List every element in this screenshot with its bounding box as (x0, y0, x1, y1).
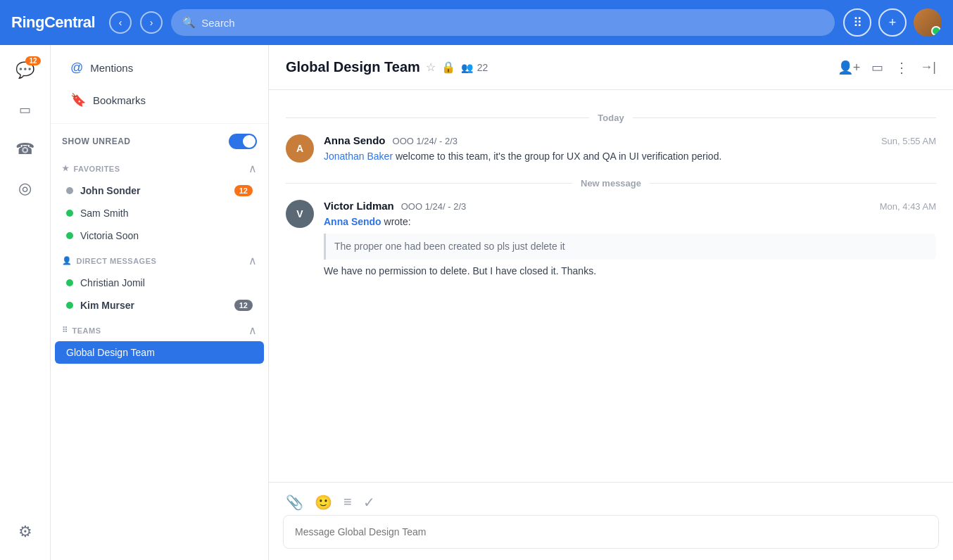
contact-christian-jomil[interactable]: Christian Jomil (55, 272, 264, 294)
bookmarks-item[interactable]: 🔖 Bookmarks (62, 85, 257, 115)
message-content: Victor Lidman OOO 1/24/ - 2/3 Mon, 4:43 … (324, 200, 936, 279)
sidebar-item-phone[interactable]: ☎ (7, 132, 44, 166)
lock-icon[interactable]: 🔒 (441, 61, 455, 74)
user-avatar[interactable] (914, 8, 942, 37)
message-row: A Anna Sendo OOO 1/24/ - 2/3 Sun, 5:55 A… (286, 134, 936, 164)
teams-label: ⠿ TEAMS (62, 326, 101, 335)
apps-button[interactable]: ⠿ (843, 8, 871, 37)
header-right: ⠿ + (843, 8, 942, 37)
mention: Jonathan Baker (324, 151, 393, 162)
avatar-victor: V (286, 200, 314, 228)
show-unread-label: SHOW UNREAD (62, 136, 131, 146)
search-icon: 🔍 (182, 16, 196, 29)
left-panel: @ Mentions 🔖 Bookmarks SHOW UNREAD ★ FAV… (51, 45, 269, 560)
sidebar-item-apps[interactable]: ◎ (7, 172, 44, 205)
avatar-anna: A (286, 134, 314, 163)
contact-name: Victoria Soon (80, 230, 253, 241)
teams-collapse-icon[interactable]: ∧ (248, 324, 257, 337)
message-status: OOO 1/24/ - 2/3 (393, 136, 458, 146)
input-toolbar: 📎 🙂 ≡ ✓ (283, 490, 939, 515)
message-content: Anna Sendo OOO 1/24/ - 2/3 Sun, 5:55 AM … (324, 134, 936, 164)
search-bar[interactable]: 🔍 Search (171, 9, 835, 36)
left-panel-top: @ Mentions 🔖 Bookmarks (51, 45, 268, 124)
messages-list: Today A Anna Sendo OOO 1/24/ - 2/3 Sun, … (269, 90, 953, 482)
date-divider-today: Today (286, 113, 936, 123)
favorites-collapse-icon[interactable]: ∧ (248, 162, 257, 175)
add-member-icon[interactable]: 👤+ (838, 60, 861, 75)
star-icon[interactable]: ☆ (426, 61, 436, 74)
forward-button[interactable]: › (140, 11, 163, 34)
contact-john-sonder[interactable]: John Sonder 12 (55, 179, 264, 202)
message-row: V Victor Lidman OOO 1/24/ - 2/3 Mon, 4:4… (286, 200, 936, 279)
plus-icon: + (889, 15, 897, 30)
status-dot-green (66, 210, 73, 217)
team-global-design[interactable]: Global Design Team (55, 341, 264, 364)
app-title: RingCentral (11, 13, 95, 32)
contact-name: Sam Smith (80, 208, 253, 219)
chat-title: Global Design Team (286, 59, 420, 75)
star-icon: ★ (62, 164, 70, 173)
contact-victoria-soon[interactable]: Victoria Soon (55, 224, 264, 247)
apps-icon: ◎ (18, 179, 32, 198)
apps-grid-icon: ⠿ (853, 15, 862, 30)
settings-icon: ⚙ (18, 523, 32, 541)
back-button[interactable]: ‹ (109, 11, 132, 34)
message-time: Sun, 5:55 AM (881, 136, 936, 146)
format-icon[interactable]: ≡ (343, 494, 352, 511)
message-text: Jonathan Baker welcome to this team, it'… (324, 149, 936, 164)
add-button[interactable]: + (878, 8, 907, 37)
contact-kim-murser[interactable]: Kim Murser 12 (55, 294, 264, 317)
quoted-message: The proper one had been created so pls j… (324, 234, 936, 260)
dm-section-header: 👤 DIRECT MESSAGES ∧ (51, 247, 268, 272)
search-placeholder: Search (201, 17, 235, 29)
video-icon: ▭ (19, 102, 31, 117)
mentions-label: Mentions (90, 62, 133, 74)
contact-badge: 12 (234, 185, 253, 196)
chat-header: Global Design Team ☆ 🔒 👥 22 👤+ ▭ ⋮ →| (269, 45, 953, 90)
dm-collapse-icon[interactable]: ∧ (248, 254, 257, 267)
date-divider-new-message: New message (286, 178, 936, 189)
show-unread-toggle[interactable] (229, 134, 257, 149)
sidebar-item-video[interactable]: ▭ (7, 93, 44, 127)
app-header: RingCentral ‹ › 🔍 Search ⠿ + (0, 0, 953, 45)
bookmark-icon: 🔖 (70, 92, 86, 108)
main-layout: 💬 12 ▭ ☎ ◎ ⚙ @ Mentions 🔖 Bookmarks (0, 45, 953, 560)
chat-member-count: 👥 22 (461, 62, 488, 73)
input-area: 📎 🙂 ≡ ✓ (269, 482, 953, 560)
favorites-section-header: ★ FAVORITES ∧ (51, 155, 268, 179)
contact-badge: 12 (234, 300, 253, 311)
attach-icon[interactable]: 📎 (286, 494, 303, 511)
message-header: Victor Lidman OOO 1/24/ - 2/3 Mon, 4:43 … (324, 200, 936, 212)
teams-icon: ⠿ (62, 326, 68, 335)
chat-area: Global Design Team ☆ 🔒 👥 22 👤+ ▭ ⋮ →| To… (269, 45, 953, 560)
dm-label: 👤 DIRECT MESSAGES (62, 256, 156, 265)
message-time: Mon, 4:43 AM (880, 201, 936, 212)
show-unread-row: SHOW UNREAD (51, 124, 268, 155)
status-dot-green (66, 279, 73, 286)
message-status: OOO 1/24/ - 2/3 (401, 201, 467, 212)
sidebar-item-messages[interactable]: 💬 12 (7, 53, 44, 87)
sidebar-item-settings[interactable]: ⚙ (7, 515, 44, 549)
messages-badge: 12 (25, 56, 40, 65)
emoji-icon[interactable]: 🙂 (315, 494, 332, 511)
person-icon: 👤 (62, 256, 72, 265)
status-dot-green (66, 232, 73, 239)
video-call-icon[interactable]: ▭ (871, 60, 883, 75)
message-header: Anna Sendo OOO 1/24/ - 2/3 Sun, 5:55 AM (324, 134, 936, 146)
more-options-icon[interactable]: ⋮ (895, 59, 909, 76)
message-input[interactable] (283, 515, 939, 549)
icon-sidebar: 💬 12 ▭ ☎ ◎ ⚙ (0, 45, 51, 560)
teams-section-header: ⠿ TEAMS ∧ (51, 317, 268, 341)
task-icon[interactable]: ✓ (363, 494, 375, 511)
favorites-label: ★ FAVORITES (62, 164, 120, 173)
contact-sam-smith[interactable]: Sam Smith (55, 202, 264, 224)
quote-author: Anna Sendo (324, 216, 381, 227)
side-panel-icon[interactable]: →| (920, 60, 936, 75)
members-icon: 👥 (461, 62, 473, 73)
mentions-item[interactable]: @ Mentions (62, 53, 257, 82)
status-dot-gray (66, 187, 73, 194)
contact-name: John Sonder (80, 185, 227, 196)
status-dot-green (66, 302, 73, 309)
at-icon: @ (70, 61, 83, 75)
chat-header-actions: 👤+ ▭ ⋮ →| (838, 59, 936, 76)
